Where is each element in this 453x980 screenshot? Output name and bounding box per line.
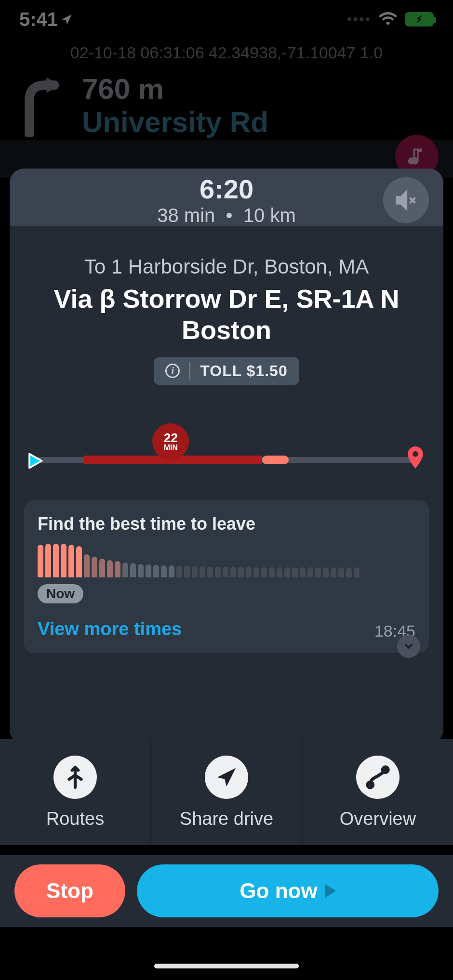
play-icon [325,884,336,898]
chart-bar [223,567,228,577]
go-now-button[interactable]: Go now [137,864,439,917]
go-label: Go now [240,879,317,903]
chart-bar [346,567,352,577]
chart-bar [122,562,128,577]
best-time-title: Find the best time to leave [38,514,415,534]
speaker-muted-icon [394,188,419,213]
home-indicator[interactable] [154,964,299,968]
bottom-button-row: Stop Go now [0,855,453,927]
action-row: Routes Share drive Overview [0,739,453,845]
eta-summary[interactable]: 6:20 38 min • 10 km [10,169,443,231]
chart-bar [45,544,51,577]
chart-bar [192,566,198,577]
delay-bubble: 22 MIN [152,423,189,460]
best-time-card[interactable]: Find the best time to leave Now 18:45 Vi… [24,500,429,653]
chart-bar [331,567,336,577]
divider [189,362,190,379]
toll-pill[interactable]: i TOLL $1.50 [154,357,299,385]
view-more-times-link[interactable]: View more times [38,619,415,640]
battery-charging-icon: ⚡︎ [405,12,434,26]
chart-bar [269,567,275,577]
chart-bar [246,567,252,577]
chart-bar [323,567,329,577]
overview-button[interactable]: Overview [303,739,453,845]
delay-unit: MIN [164,444,178,452]
overview-label: Overview [340,809,416,829]
chart-bar [115,561,120,577]
chart-bar [253,567,259,577]
delay-value: 22 [164,431,178,444]
nav-instruction[interactable]: 760 m University Rd [0,72,453,139]
chevron-down-icon [403,640,414,652]
chart-bar [84,554,90,577]
routes-icon [63,765,87,789]
chart-bar [307,567,313,577]
chart-bar [230,567,236,577]
chart-bar [284,567,290,577]
chart-bar [215,567,221,577]
chart-bar [38,545,43,577]
chart-bar [292,567,298,577]
overview-icon [365,764,391,790]
share-icon [215,766,238,788]
debug-coordinates: 02-10-18 06:31:06 42.34938,-71.10047 1.0 [0,43,453,62]
expand-button[interactable] [397,635,420,658]
eta-arrival-time: 6:20 [157,173,295,205]
traffic-segment-moderate [262,456,289,464]
routes-label: Routes [46,809,104,829]
chart-bar [130,563,136,577]
chart-bar [53,544,59,577]
chart-bar [277,567,282,577]
best-time-chart [38,544,415,577]
info-icon: i [165,364,180,378]
chart-bar [176,566,182,577]
turn-right-icon [19,74,67,137]
chart-bar [200,566,205,577]
location-arrow-icon [61,13,73,26]
chart-bar [92,557,97,577]
share-drive-button[interactable]: Share drive [151,739,303,845]
start-marker-icon [24,450,45,471]
chart-bar [68,545,74,577]
eta-distance: 10 km [243,205,296,226]
chart-bar [315,567,321,577]
status-time: 5:41 [19,9,73,30]
chart-bar [338,567,344,577]
chart-bar [169,565,174,577]
chart-bar [153,565,159,577]
chart-bar [146,564,151,577]
chart-bar [261,567,267,577]
route-card: To 1 Harborside Dr, Boston, MA Via β Sto… [10,226,443,744]
now-pill: Now [38,584,83,603]
chart-bar [354,567,360,577]
music-icon [406,146,427,167]
status-bar: 5:41 •••• ⚡︎ [0,0,453,39]
eta-duration: 38 min [157,205,215,226]
chart-bar [76,546,82,577]
chart-bar [161,565,167,577]
chart-bar [138,564,144,577]
nav-distance: 760 m [82,72,268,105]
routes-button[interactable]: Routes [0,739,151,845]
mute-button[interactable] [383,177,429,223]
stop-label: Stop [46,879,93,903]
via-text: Via β Storrow Dr E, SR-1A N Boston [24,283,429,346]
chart-bar [300,567,306,577]
destination-text: To 1 Harborside Dr, Boston, MA [24,255,429,278]
destination-pin-icon [407,446,424,473]
toll-text: TOLL $1.50 [200,362,287,380]
stop-button[interactable]: Stop [14,864,125,917]
wifi-icon [379,11,397,27]
chart-bar [107,560,113,577]
eta-subtext: 38 min • 10 km [157,205,295,226]
nav-road: University Rd [82,105,268,139]
chart-bar [184,566,190,577]
chart-bar [238,567,244,577]
cellular-dots-icon: •••• [347,11,371,27]
share-label: Share drive [180,809,273,829]
traffic-bar[interactable]: 22 MIN [24,423,429,481]
chart-bar [61,544,67,577]
clock-text: 5:41 [19,9,58,30]
chart-bar [99,559,105,577]
chart-bar [207,567,213,577]
